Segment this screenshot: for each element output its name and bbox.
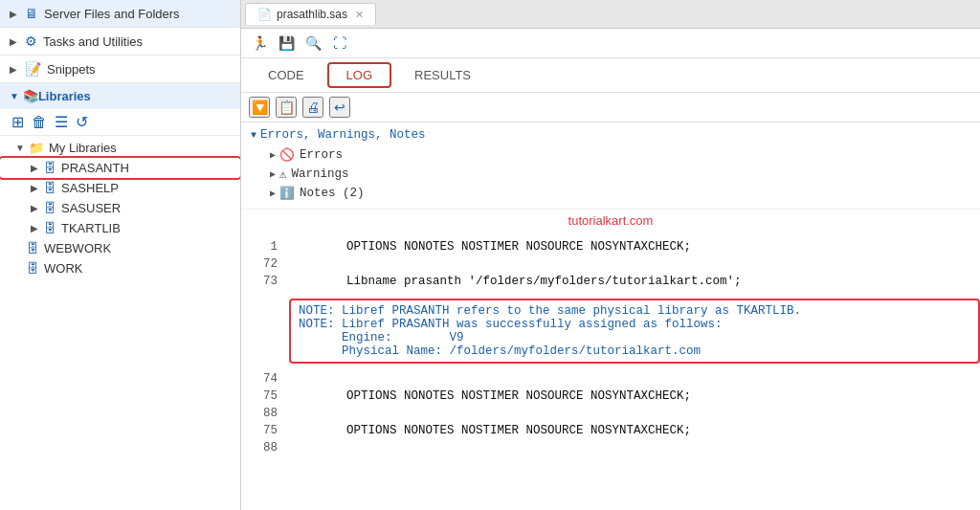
code-lines-top: 1 OPTIONS NONOTES NOSTIMER NOSOURCE NOSY… (241, 235, 980, 295)
ewn-notes-item[interactable]: ▶ ℹ️ Notes (2) (251, 184, 970, 203)
code-line-74: 74 (241, 371, 980, 388)
sidebar: ▶ 🖥 Server Files and Folders ▶ ⚙ Tasks a… (0, 0, 241, 510)
notes-label: Notes (2) (300, 187, 365, 200)
ewn-errors-item[interactable]: ▶ 🚫 Errors (251, 145, 970, 165)
line-number: 72 (241, 257, 289, 271)
sidebar-item-server-files[interactable]: ▶ 🖥 Server Files and Folders (0, 0, 240, 27)
view-tabs-bar: CODE LOG RESULTS (241, 58, 980, 93)
library-tree: ▼ 📁 My Libraries ▶ 🗄 PRASANTH ▶ 🗄 SASHEL… (0, 136, 240, 280)
libraries-folder-icon: 📁 (29, 141, 44, 155)
my-libraries-item[interactable]: ▼ 📁 My Libraries (0, 138, 240, 158)
tab-log[interactable]: LOG (327, 62, 391, 88)
properties-icon[interactable]: ☰ (55, 113, 68, 131)
log-content-area[interactable]: ▼ Errors, Warnings, Notes ▶ 🚫 Errors ▶ ⚠… (241, 122, 980, 510)
editor-tab-bar: 📄 prasathlib.sas ✕ (241, 0, 980, 29)
sidebar-item-snippets[interactable]: ▶ 📝 Snippets (0, 55, 240, 82)
chevron-down-icon: ▼ (251, 130, 256, 141)
library-item-sashelp[interactable]: ▶ 🗄 SASHELP (0, 178, 240, 198)
line-content: OPTIONS NONOTES NOSTIMER NOSOURCE NOSYNT… (289, 424, 980, 437)
sidebar-item-tasks[interactable]: ▶ ⚙ Tasks and Utilities (0, 28, 240, 55)
code-line-72: 72 (241, 256, 980, 274)
library-item-sasuser[interactable]: ▶ 🗄 SASUSER (0, 198, 240, 218)
library-name-label: WEBWORK (44, 241, 111, 255)
warning-icon: ⚠️ (279, 166, 287, 182)
library-db-icon: 🗄 (44, 201, 56, 215)
note-line-1: NOTE: Libref PRASANTH refers to the same… (299, 304, 970, 318)
note-line-2: NOTE: Libref PRASANTH was successfully a… (299, 318, 970, 331)
library-db-icon: 🗄 (27, 241, 39, 255)
chevron-right-icon: ▶ (10, 64, 23, 75)
library-db-icon: 🗄 (44, 161, 56, 175)
refresh-icon[interactable]: ↺ (76, 113, 88, 131)
note-box: NOTE: Libref PRASANTH refers to the same… (289, 299, 980, 364)
ewn-header[interactable]: ▼ Errors, Warnings, Notes (251, 128, 970, 142)
snippets-icon: 📝 (25, 61, 41, 77)
search-button[interactable]: 🔍 (302, 33, 323, 54)
note-line-4: Physical Name: /folders/myfolders/tutori… (299, 344, 970, 358)
error-icon: 🚫 (279, 147, 295, 163)
libraries-toolbar: ⊞ 🗑 ☰ ↺ (0, 109, 240, 136)
library-db-icon: 🗄 (44, 221, 56, 235)
library-name-label: PRASANTH (61, 161, 129, 175)
line-number: 88 (241, 407, 289, 420)
line-number: 75 (241, 424, 289, 437)
line-number: 74 (241, 372, 289, 386)
chevron-right-icon: ▶ (270, 188, 276, 199)
sas-file-icon: 📄 (257, 8, 272, 21)
ewn-warnings-item[interactable]: ▶ ⚠️ Warnings (251, 165, 970, 184)
line-content: OPTIONS NONOTES NOSTIMER NOSOURCE NOSYNT… (289, 240, 980, 254)
library-item-prasanth[interactable]: ▶ 🗄 PRASANTH (0, 158, 240, 178)
warnings-label: Warnings (292, 167, 349, 181)
chevron-right-icon: ▶ (31, 163, 44, 173)
tasks-icon: ⚙ (25, 33, 37, 49)
log-print-button[interactable]: 🖨 (302, 97, 323, 118)
folder-icon: 🖥 (25, 6, 38, 21)
save-button[interactable]: 💾 (276, 33, 297, 54)
sidebar-item-libraries[interactable]: ▼ 📚 Libraries (0, 83, 240, 109)
run-button[interactable]: 🏃 (249, 33, 270, 54)
log-toolbar: 🔽 📋 🖨 ↩ (241, 93, 980, 122)
library-name-label: SASHELP (61, 181, 119, 195)
code-line-88b: 88 (241, 440, 980, 457)
chevron-right-icon: ▶ (10, 36, 23, 47)
chevron-right-icon: ▶ (31, 183, 44, 193)
my-libraries-label: My Libraries (49, 141, 117, 155)
library-db-icon: 🗄 (27, 261, 39, 276)
code-line-75a: 75 OPTIONS NONOTES NOSTIMER NOSOURCE NOS… (241, 388, 980, 406)
code-line-73: 73 Libname prasanth '/folders/myfolders/… (241, 274, 980, 291)
chevron-right-icon: ▶ (270, 149, 276, 161)
watermark-text: tutorialkart.com (241, 210, 980, 235)
tab-results[interactable]: RESULTS (395, 62, 490, 88)
tab-filename: prasathlib.sas (277, 8, 347, 21)
chevron-down-icon: ▼ (10, 91, 19, 101)
sidebar-item-label: Snippets (47, 62, 96, 77)
file-tab-prasathlib[interactable]: 📄 prasathlib.sas ✕ (245, 3, 376, 25)
sidebar-section-tasks: ▶ ⚙ Tasks and Utilities (0, 28, 240, 55)
log-filter-button[interactable]: 🔽 (249, 97, 270, 118)
library-icon: 📚 (23, 89, 38, 103)
delete-library-icon[interactable]: 🗑 (32, 114, 47, 131)
library-name-label: SASUSER (61, 201, 121, 215)
errors-label: Errors (300, 148, 343, 162)
line-number: 88 (241, 441, 289, 455)
new-library-icon[interactable]: ⊞ (11, 113, 24, 131)
tab-code[interactable]: CODE (249, 62, 323, 88)
line-number: 73 (241, 275, 289, 288)
expand-button[interactable]: ⛶ (329, 33, 350, 54)
log-copy-button[interactable]: 📋 (276, 97, 297, 118)
line-number: 75 (241, 389, 289, 403)
library-name-label: TKARTLIB (61, 221, 121, 235)
chevron-right-icon: ▶ (10, 9, 23, 19)
library-item-webwork[interactable]: 🗄 WEBWORK (0, 238, 240, 258)
code-line-75b: 75 OPTIONS NONOTES NOSTIMER NOSOURCE NOS… (241, 423, 980, 440)
chevron-right-icon: ▶ (270, 168, 276, 180)
library-item-tkartlib[interactable]: ▶ 🗄 TKARTLIB (0, 218, 240, 238)
library-item-work[interactable]: 🗄 WORK (0, 258, 240, 278)
sidebar-section-snippets: ▶ 📝 Snippets (0, 55, 240, 83)
tab-close-button[interactable]: ✕ (355, 9, 364, 21)
log-wrap-button[interactable]: ↩ (329, 97, 350, 118)
line-content: OPTIONS NONOTES NOSTIMER NOSOURCE NOSYNT… (289, 389, 980, 403)
library-db-icon: 🗄 (44, 181, 56, 195)
code-line-1: 1 OPTIONS NONOTES NOSTIMER NOSOURCE NOSY… (241, 239, 980, 256)
chevron-right-icon: ▶ (31, 223, 44, 233)
